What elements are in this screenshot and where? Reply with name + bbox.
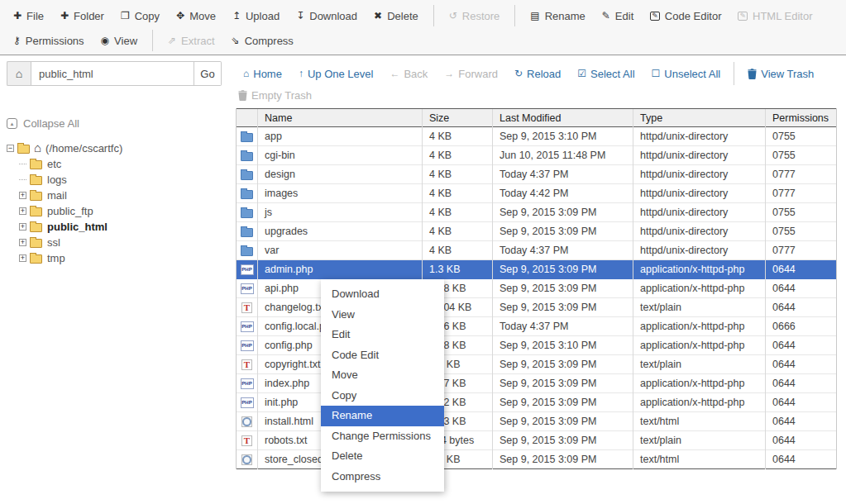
toolbar-button-label: Rename [545, 10, 586, 22]
folder-icon [241, 171, 253, 180]
file-name: upgrades [258, 222, 423, 241]
context-menu-item-rename[interactable]: Rename [321, 406, 444, 426]
table-row-design[interactable]: design4 KBToday 4:37 PMhttpd/unix-direct… [237, 165, 836, 184]
tree-expander-plus-icon[interactable]: + [19, 239, 26, 246]
table-row-app[interactable]: app4 KBSep 9, 2015 3:10 PMhttpd/unix-dir… [237, 127, 836, 146]
toolbar-button-rename[interactable]: ▤Rename [522, 7, 593, 26]
toolbar-button-label: Permissions [26, 35, 84, 47]
tree-item-etc[interactable]: etc [7, 156, 228, 172]
toolbar-button-code-editor[interactable]: ✎Code Editor [642, 7, 729, 26]
upload-icon: ↥ [232, 11, 241, 21]
file-icon-cell [237, 127, 258, 146]
nav-link-label: View Trash [761, 68, 814, 80]
table-row-cgi-bin[interactable]: cgi-bin4 KBJun 10, 2015 11:48 PMhttpd/un… [237, 146, 836, 165]
tree-expander-plus-icon[interactable]: + [19, 223, 26, 231]
empty-trash-button: Empty Trash [238, 89, 312, 102]
file-icon-cell: PHP [237, 260, 258, 279]
path-input[interactable] [31, 61, 194, 86]
file-type: text/plain [633, 431, 766, 450]
column-header-last-modified[interactable]: Last Modified [493, 109, 633, 128]
toolbar-button-file[interactable]: ✚File [5, 7, 52, 26]
tree-item--home-cscartfc-[interactable]: −⌂(/home/cscartfc) [7, 140, 228, 156]
column-header-type[interactable]: Type [633, 109, 766, 128]
tree-item-public-ftp[interactable]: +public_ftp [7, 203, 228, 219]
table-row-var[interactable]: var4 KBToday 4:37 PMhttpd/unix-directory… [237, 241, 836, 260]
file-permissions: 0644 [766, 298, 836, 317]
file-permissions: 0644 [766, 279, 836, 298]
file-type: application/x-httpd-php [633, 279, 766, 298]
context-menu-item-change-permissions[interactable]: Change Permissions [321, 426, 444, 447]
toolbar-button-restore: ↺Restore [441, 7, 509, 26]
file-permissions: 0644 [766, 431, 836, 450]
go-button[interactable]: Go [194, 61, 222, 86]
file-modified: Sep 9, 2015 3:09 PM [493, 450, 633, 469]
file-type: text/plain [633, 298, 766, 317]
context-menu-item-download[interactable]: Download [321, 284, 444, 305]
path-home-button[interactable]: ⌂ [7, 61, 31, 86]
context-menu-item-code-edit[interactable]: Code Edit [321, 345, 444, 366]
directory-tree-sidebar: ▴ Collapse All −⌂(/home/cscartfc)etclogs… [7, 117, 228, 266]
file-icon-cell: T [237, 298, 258, 317]
toolbar-button-label: Extract [181, 35, 214, 47]
nav-links: ⌂Home↑Up One Level←Back→Forward↻Reload☑S… [235, 62, 822, 85]
nav-link-label: Unselect All [664, 68, 720, 80]
tree-item-ssl[interactable]: +ssl [7, 235, 228, 250]
toolbar-button-view[interactable]: ◉View [93, 31, 146, 50]
table-row-images[interactable]: images4 KBToday 4:42 PMhttpd/unix-direct… [237, 184, 836, 203]
file-modified: Sep 9, 2015 3:09 PM [493, 222, 633, 241]
column-header-size[interactable]: Size [423, 109, 493, 128]
context-menu-item-view[interactable]: View [321, 305, 444, 326]
column-header-name[interactable]: Name [258, 109, 423, 128]
key-icon: ⚷ [13, 36, 21, 45]
toolbar-button-copy[interactable]: ❐Copy [112, 7, 168, 26]
tree-item-mail[interactable]: +mail [7, 188, 228, 203]
context-menu-item-edit[interactable]: Edit [321, 325, 444, 345]
nav-link-select-all[interactable]: ☑Select All [569, 64, 643, 83]
nav-link-unselect-all[interactable]: ☐Unselect All [643, 64, 729, 83]
tree-expander-plus-icon[interactable]: + [19, 207, 26, 215]
top-toolbar: ✚File✚Folder❐Copy✥Move↥Upload↧Download✖D… [0, 0, 846, 55]
home-icon: ⌂ [243, 69, 249, 78]
column-header-permissions[interactable]: Permissions [766, 109, 836, 128]
toolbar-button-download[interactable]: ↧Download [288, 7, 366, 26]
toolbar-button-upload[interactable]: ↥Upload [224, 7, 288, 26]
nav-link-label: Up One Level [308, 68, 374, 80]
file-icon-cell [237, 412, 258, 431]
txt-file-icon: T [241, 435, 252, 446]
nav-link-forward: →Forward [436, 64, 506, 83]
file-modified: Sep 9, 2015 3:09 PM [493, 203, 633, 222]
context-menu-item-copy[interactable]: Copy [321, 386, 444, 407]
table-row-js[interactable]: js4 KBSep 9, 2015 3:09 PMhttpd/unix-dire… [237, 203, 836, 222]
context-menu-item-delete[interactable]: Delete [321, 446, 444, 467]
toolbar-button-delete[interactable]: ✖Delete [366, 7, 427, 26]
tree-item-tmp[interactable]: +tmp [7, 250, 228, 266]
tree-expander-minus-icon[interactable]: − [7, 145, 14, 152]
table-row-upgrades[interactable]: upgrades4 KBSep 9, 2015 3:09 PMhttpd/uni… [237, 222, 836, 241]
toolbar-button-move[interactable]: ✥Move [168, 7, 224, 26]
nav-link-view-trash[interactable]: View Trash [739, 64, 822, 83]
toolbar-button-compress[interactable]: ⇘Compress [223, 31, 302, 50]
collapse-all-button[interactable]: ▴ Collapse All [7, 117, 228, 130]
tree-item-logs[interactable]: logs [7, 172, 228, 188]
context-menu-item-move[interactable]: Move [321, 365, 444, 386]
tree-expander-plus-icon[interactable]: + [19, 254, 26, 262]
toolbar-button-folder[interactable]: ✚Folder [52, 7, 112, 26]
nav-link-up-one-level[interactable]: ↑Up One Level [290, 64, 382, 83]
folder-icon [30, 254, 42, 264]
toolbar-button-edit[interactable]: ✎Edit [594, 7, 642, 26]
file-permissions: 0777 [766, 241, 836, 260]
file-size: 1.3 KB [423, 260, 493, 279]
file-permissions: 0644 [766, 412, 836, 431]
table-row-admin-php[interactable]: PHPadmin.php1.3 KBSep 9, 2015 3:09 PMapp… [237, 260, 836, 279]
file-type: httpd/unix-directory [633, 203, 766, 222]
file-modified: Sep 9, 2015 3:09 PM [493, 355, 633, 374]
toolbar-button-permissions[interactable]: ⚷Permissions [5, 31, 93, 50]
context-menu-item-compress[interactable]: Compress [321, 467, 444, 487]
tree-expander-plus-icon[interactable]: + [19, 192, 26, 199]
file-size: 4 KB [423, 165, 493, 184]
toolbar-separator [152, 30, 153, 51]
tree-item-public-html[interactable]: +public_html [7, 219, 228, 235]
toolbar-button-extract: ⇗Extract [160, 31, 223, 50]
nav-link-reload[interactable]: ↻Reload [506, 64, 569, 83]
nav-link-home[interactable]: ⌂Home [235, 64, 290, 83]
